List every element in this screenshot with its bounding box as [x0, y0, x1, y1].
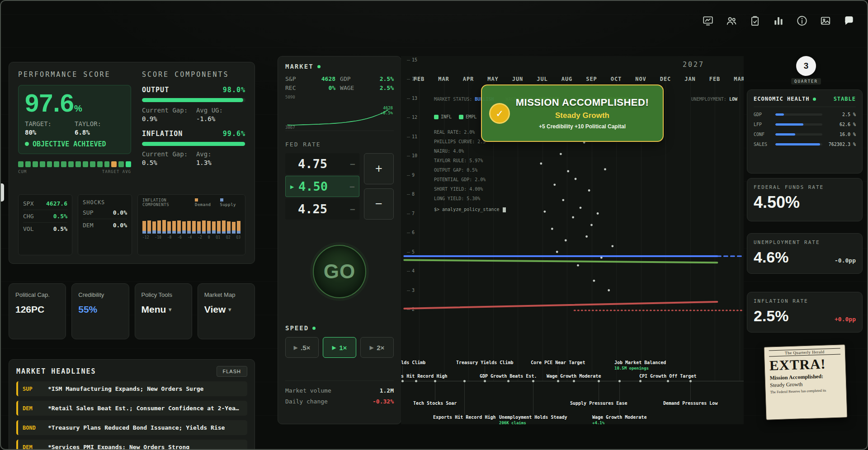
- market-map-card[interactable]: Market Map View▾: [198, 283, 255, 339]
- chat-icon[interactable]: [843, 14, 855, 27]
- play-icon: ▶: [294, 345, 297, 351]
- econ-metric-label: CONF: [754, 132, 772, 137]
- sup-value: 0.0%: [113, 209, 127, 216]
- credibility-label: Credibility: [78, 291, 122, 298]
- month-label: DEC: [656, 76, 675, 82]
- market-map-view-button[interactable]: View▾: [204, 304, 248, 315]
- stat-cards-row: Political Cap. 126PC Credibility 55% Pol…: [9, 283, 255, 339]
- month-label: OCT: [606, 76, 626, 82]
- output-component: OUTPUT 98.0% Current Gap: Avg UG: 0.9% -…: [142, 86, 245, 122]
- month-gridline: [665, 72, 666, 381]
- political-capital-card: Political Cap. 126PC: [9, 283, 66, 339]
- demand-segment: [142, 221, 146, 231]
- econ-metric-value: 762302.3 %: [826, 142, 856, 147]
- performance-square: [40, 161, 45, 167]
- inflation-components-bar: [172, 221, 176, 234]
- headline-tag: DEM: [23, 444, 44, 450]
- image-icon[interactable]: [819, 14, 832, 27]
- speed-half-button[interactable]: ▶.5×: [285, 337, 319, 358]
- vol-label: VOL: [23, 225, 33, 232]
- speed-1x-button[interactable]: ▶1×: [323, 337, 356, 358]
- mission-subtitle: Steady Growth: [505, 111, 659, 120]
- headline-tag: BOND: [23, 425, 44, 431]
- users-icon[interactable]: [725, 14, 738, 27]
- legend-label: EMPL: [466, 114, 476, 119]
- check-icon: ✓: [489, 103, 510, 124]
- inflation-components-bar: [157, 220, 161, 234]
- supply-segment: [182, 230, 186, 234]
- unemployment-rate-panel: UNEMPLOYMENT RATE 4.6% -0.0pp: [747, 233, 863, 274]
- go-button[interactable]: GO: [313, 245, 366, 298]
- supply-segment: [157, 231, 161, 234]
- y-axis-tick: 2: [412, 307, 415, 312]
- ic-x-label: Q1: [216, 235, 220, 239]
- left-drawer-handle[interactable]: [1, 183, 4, 202]
- econ-metric-value: 62.6 %: [826, 122, 856, 127]
- health-status-badge: STABLE: [834, 96, 856, 102]
- y-axis-tick: 7: [412, 211, 415, 216]
- unemployment-delta: -0.0pp: [835, 257, 856, 264]
- inflation-component: INFLATION 99.6% Current Gap: Avg: 0.5% 1…: [142, 130, 245, 166]
- wage-value: 2.5%: [359, 84, 394, 91]
- performance-square: [33, 161, 38, 167]
- policy-tools-card[interactable]: Policy Tools Menu▾: [135, 283, 192, 339]
- bar-chart-icon[interactable]: [772, 14, 785, 27]
- month-gridline: [715, 72, 715, 381]
- fed-rate-selector: ▶ 4.75 — ▶ 4.50 — ▶ 4.25 — + −: [285, 153, 394, 220]
- headline-row: SUP*ISM Manufacturing Expands; New Order…: [16, 381, 247, 396]
- info-icon[interactable]: [796, 14, 808, 27]
- rate-option-475[interactable]: ▶ 4.75 —: [285, 153, 359, 174]
- performance-score-title: PERFORMANCE SCORE: [18, 70, 131, 79]
- inflation-gap-label: Current Gap:: [142, 150, 196, 158]
- topbar: [702, 14, 855, 27]
- y-axis-tickmark: [407, 214, 410, 214]
- supply-segment: [222, 231, 226, 234]
- y-axis-tickmark: [407, 252, 410, 253]
- month-label: MAR: [434, 76, 454, 82]
- flash-button[interactable]: FLASH: [217, 366, 247, 377]
- rate-decrease-button[interactable]: −: [364, 188, 394, 220]
- fed-rate-title: FED RATE: [285, 141, 394, 148]
- supply-segment: [177, 231, 181, 234]
- rate-option-450-selected[interactable]: ▶ 4.50 —: [285, 176, 359, 197]
- month-gridline: [444, 72, 444, 381]
- rate-increase-button[interactable]: +: [364, 153, 394, 184]
- chart-stat-line: OUTPUT GAP: 0.5%: [434, 165, 486, 175]
- econ-metric-track: [775, 133, 822, 136]
- event-dot: [434, 380, 436, 382]
- rate-option-425[interactable]: ▶ 4.25 —: [285, 198, 359, 220]
- legend-label: INFL: [441, 114, 452, 119]
- econ-health-row: GDP2.5 %: [754, 112, 856, 117]
- y-axis-tick: 4: [412, 268, 415, 273]
- chart-stat-line: SHORT YIELD: 4.00%: [434, 184, 486, 194]
- mission-banner: ✓ MISSION ACCOMPLISHED! Steady Growth +5…: [481, 84, 664, 142]
- y-axis-tick: 11: [412, 134, 417, 139]
- y-axis-tickmark: [407, 79, 410, 80]
- economic-health-title: ECONOMIC HEALTH: [754, 96, 816, 102]
- event-dot: [415, 380, 417, 382]
- cum-label: CUM: [18, 169, 27, 174]
- event-dot: [507, 380, 509, 382]
- performance-square: [90, 161, 95, 167]
- inflation-components-bar: [192, 221, 196, 234]
- demand-swatch: [195, 198, 198, 202]
- y-axis-tickmark: [407, 291, 410, 291]
- ic-x-label: -4: [188, 235, 192, 239]
- policy-tools-menu-button[interactable]: Menu▾: [142, 304, 185, 315]
- speed-2x-button[interactable]: ▶2×: [360, 337, 394, 358]
- event-label: Wage Growth Moderate: [592, 415, 646, 420]
- newspaper: The Quarterly Herald EXTRA! Mission Acco…: [764, 344, 848, 420]
- y-axis-tickmark: [407, 175, 410, 176]
- econ-health-row: SALES762302.3 %: [754, 142, 856, 147]
- y-axis-tickmark: [407, 233, 410, 233]
- shocks-title: SHOCKS: [83, 197, 127, 206]
- month-label: APR: [458, 76, 478, 82]
- performance-score-box: 97.6% TARGET: TAYLOR: 80% 6.8% OBJECTIVE…: [18, 85, 131, 154]
- output-gap-value: 0.9%: [142, 115, 196, 122]
- econ-metric-track: [775, 123, 822, 126]
- rate-tick: —: [350, 182, 354, 191]
- mission-rewards: +5 Credibility +10 Political Capital: [505, 123, 659, 130]
- performance-squares: [18, 161, 131, 167]
- monitor-chart-icon[interactable]: [702, 14, 714, 27]
- clipboard-check-icon[interactable]: [749, 14, 761, 27]
